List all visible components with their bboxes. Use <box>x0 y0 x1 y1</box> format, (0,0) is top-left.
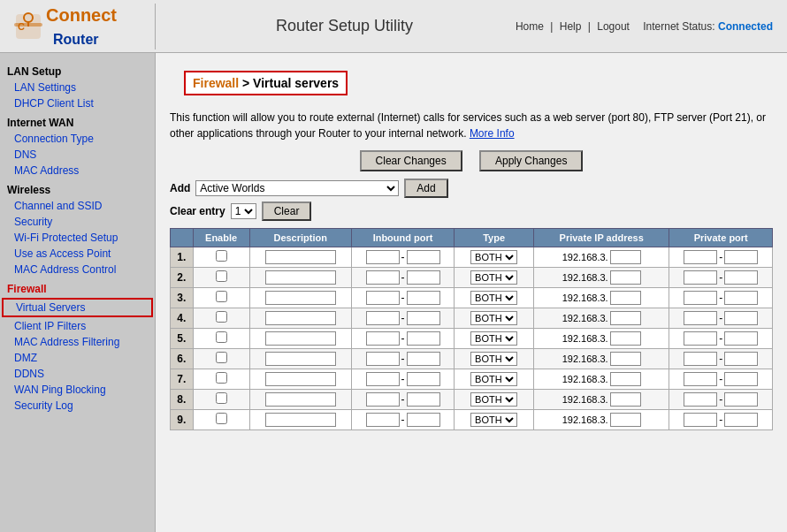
type-select-7[interactable]: BOTHTCPUDP <box>470 372 517 386</box>
inbound-port-start-1[interactable] <box>366 250 400 264</box>
inbound-port-start-2[interactable] <box>366 270 400 285</box>
clear-changes-button[interactable]: Clear Changes <box>360 150 462 171</box>
private-ip-input-5[interactable] <box>610 331 641 346</box>
type-select-5[interactable]: BOTHTCPUDP <box>470 331 517 346</box>
private-port-end-3[interactable] <box>724 291 758 305</box>
inbound-port-start-7[interactable] <box>366 372 400 386</box>
private-port-start-1[interactable] <box>684 250 717 264</box>
sidebar-item-dmz[interactable]: DMZ <box>0 350 155 366</box>
private-ip-input-6[interactable] <box>610 352 641 366</box>
sidebar-item-ddns[interactable]: DDNS <box>0 366 155 382</box>
type-select-6[interactable]: BOTHTCPUDP <box>470 352 517 366</box>
desc-input-1[interactable] <box>265 250 336 264</box>
clear-button[interactable]: Clear <box>262 201 312 221</box>
enable-checkbox-9[interactable] <box>216 413 227 424</box>
inbound-port-start-4[interactable] <box>366 311 400 325</box>
private-ip-input-8[interactable] <box>610 392 641 407</box>
sidebar-item-security[interactable]: Security <box>0 214 155 230</box>
private-ip-input-2[interactable] <box>610 270 641 285</box>
inbound-port-start-5[interactable] <box>366 331 400 346</box>
private-port-start-6[interactable] <box>684 352 717 366</box>
clear-entry-select[interactable]: 1234 56789 <box>231 203 256 219</box>
inbound-port-start-8[interactable] <box>366 392 400 407</box>
inbound-port-end-6[interactable] <box>407 352 440 366</box>
sidebar-item-wan-ping-blocking[interactable]: WAN Ping Blocking <box>0 382 155 398</box>
private-port-start-3[interactable] <box>684 291 717 305</box>
sidebar-item-connection-type[interactable]: Connection Type <box>0 131 155 147</box>
home-link[interactable]: Home <box>516 20 544 33</box>
private-ip-input-9[interactable] <box>610 413 641 427</box>
inbound-port-end-2[interactable] <box>407 270 440 285</box>
type-select-8[interactable]: BOTHTCPUDP <box>470 392 517 407</box>
inbound-port-end-7[interactable] <box>407 372 440 386</box>
inbound-port-end-9[interactable] <box>407 413 440 427</box>
apply-changes-button[interactable]: Apply Changes <box>479 150 583 171</box>
private-port-start-4[interactable] <box>684 311 717 325</box>
inbound-port-end-1[interactable] <box>407 250 440 264</box>
enable-checkbox-3[interactable] <box>216 291 227 302</box>
sidebar-item-dns[interactable]: DNS <box>0 147 155 163</box>
type-select-1[interactable]: BOTHTCPUDP <box>470 250 517 264</box>
inbound-port-start-9[interactable] <box>366 413 400 427</box>
enable-checkbox-1[interactable] <box>216 250 227 262</box>
private-ip-input-4[interactable] <box>610 311 641 325</box>
desc-input-2[interactable] <box>265 270 336 285</box>
desc-input-7[interactable] <box>265 372 336 386</box>
add-button[interactable]: Add <box>404 179 447 198</box>
sidebar-item-use-access-point[interactable]: Use as Access Point <box>0 246 155 262</box>
sidebar-item-mac-address-filtering[interactable]: MAC Address Filtering <box>0 334 155 350</box>
private-port-start-5[interactable] <box>684 331 717 346</box>
private-ip-input-3[interactable] <box>610 291 641 305</box>
private-port-start-8[interactable] <box>684 392 717 407</box>
sidebar-item-channel-ssid[interactable]: Channel and SSID <box>0 198 155 214</box>
private-port-end-9[interactable] <box>724 413 758 427</box>
sidebar-item-client-ip-filters[interactable]: Client IP Filters <box>0 318 155 334</box>
private-port-end-1[interactable] <box>724 250 758 264</box>
private-ip-input-1[interactable] <box>610 250 641 264</box>
inbound-port-end-5[interactable] <box>407 331 440 346</box>
type-select-4[interactable]: BOTHTCPUDP <box>470 311 517 325</box>
enable-checkbox-7[interactable] <box>216 372 227 384</box>
type-select-2[interactable]: BOTHTCPUDP <box>470 270 517 285</box>
desc-input-6[interactable] <box>265 352 336 366</box>
sidebar-item-wifi-protected-setup[interactable]: Wi-Fi Protected Setup <box>0 230 155 246</box>
inbound-port-end-8[interactable] <box>407 392 440 407</box>
enable-checkbox-6[interactable] <box>216 352 227 363</box>
private-port-start-7[interactable] <box>684 372 717 386</box>
private-port-end-8[interactable] <box>724 392 758 407</box>
enable-checkbox-2[interactable] <box>216 270 227 282</box>
desc-input-4[interactable] <box>265 311 336 325</box>
private-port-start-2[interactable] <box>684 270 717 285</box>
type-select-9[interactable]: BOTHTCPUDP <box>470 413 517 427</box>
inbound-port-start-6[interactable] <box>366 352 400 366</box>
private-port-end-6[interactable] <box>724 352 758 366</box>
enable-checkbox-5[interactable] <box>216 331 227 343</box>
desc-input-3[interactable] <box>265 291 336 305</box>
desc-input-5[interactable] <box>265 331 336 346</box>
inbound-port-end-4[interactable] <box>407 311 440 325</box>
sidebar-item-virtual-servers[interactable]: Virtual Servers <box>2 298 153 317</box>
help-link[interactable]: Help <box>560 20 582 33</box>
private-port-start-9[interactable] <box>684 413 717 427</box>
add-select[interactable]: Active Worlds FTP HTTP HTTPS Custom <box>195 180 399 196</box>
sidebar-item-lan-settings[interactable]: LAN Settings <box>0 80 155 95</box>
enable-checkbox-8[interactable] <box>216 392 227 404</box>
private-ip-input-7[interactable] <box>610 372 641 386</box>
private-port-end-4[interactable] <box>724 311 758 325</box>
sidebar-item-mac-address[interactable]: MAC Address <box>0 163 155 179</box>
inbound-port-end-3[interactable] <box>407 291 440 305</box>
enable-checkbox-4[interactable] <box>216 311 227 323</box>
sidebar-item-mac-address-control[interactable]: MAC Address Control <box>0 262 155 277</box>
desc-input-8[interactable] <box>265 392 336 407</box>
private-port-end-2[interactable] <box>724 270 758 285</box>
inbound-port-start-3[interactable] <box>366 291 400 305</box>
private-port-end-7[interactable] <box>724 372 758 386</box>
sidebar-item-dhcp-client-list[interactable]: DHCP Client List <box>0 95 155 111</box>
desc-input-9[interactable] <box>265 413 336 427</box>
private-ip-cell-5: 192.168.3. <box>533 329 669 349</box>
sidebar-item-security-log[interactable]: Security Log <box>0 398 155 414</box>
logout-link[interactable]: Logout <box>597 20 630 33</box>
private-port-end-5[interactable] <box>724 331 758 346</box>
type-select-3[interactable]: BOTHTCPUDP <box>470 291 517 305</box>
more-info-link[interactable]: More Info <box>470 127 515 140</box>
